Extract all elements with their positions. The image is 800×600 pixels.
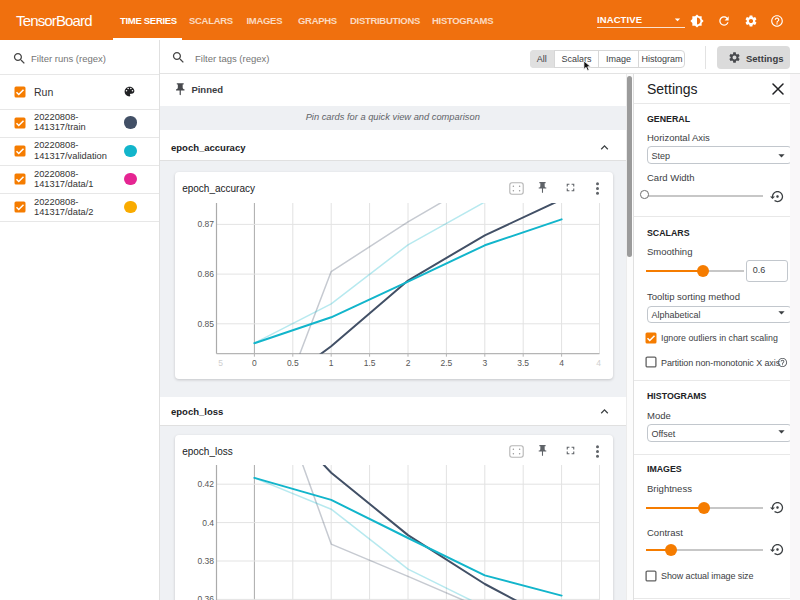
svg-text:5: 5: [218, 358, 223, 368]
svg-text:0.85: 0.85: [197, 319, 214, 329]
svg-text:0.86: 0.86: [197, 269, 214, 279]
svg-text:0.4: 0.4: [202, 518, 214, 528]
svg-text:1.5: 1.5: [364, 358, 376, 368]
svg-text:0.42: 0.42: [197, 479, 214, 489]
svg-text:0: 0: [252, 358, 257, 368]
svg-text:3.5: 3.5: [517, 358, 529, 368]
svg-text:2: 2: [406, 358, 411, 368]
svg-text:0.38: 0.38: [197, 556, 214, 566]
svg-text:3: 3: [482, 358, 487, 368]
svg-text:0.36: 0.36: [197, 594, 214, 600]
svg-text:2.5: 2.5: [440, 358, 452, 368]
svg-text:1: 1: [329, 358, 334, 368]
svg-text:0.5: 0.5: [287, 358, 299, 368]
svg-text:4: 4: [559, 358, 564, 368]
svg-text:4: 4: [596, 358, 601, 368]
svg-text:0.87: 0.87: [197, 219, 214, 229]
